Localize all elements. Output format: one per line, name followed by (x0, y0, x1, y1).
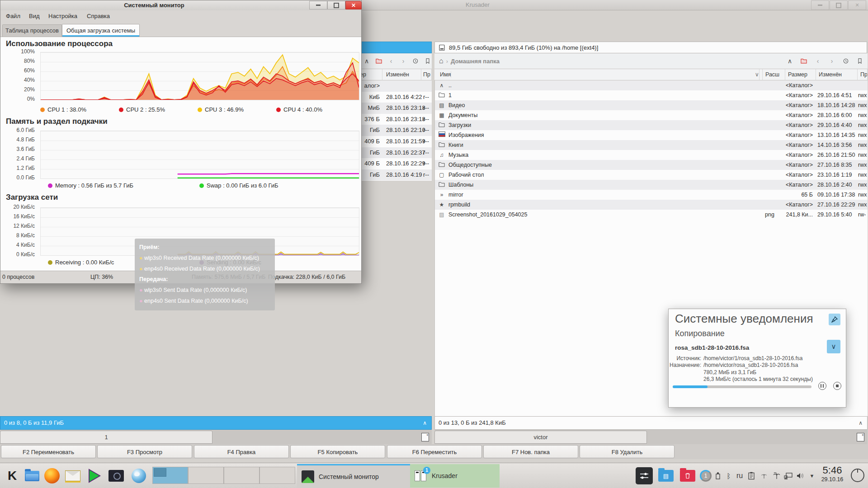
file-row[interactable]: ГиБ28.10.16 22:10r-- (360, 125, 432, 136)
file-row[interactable]: Шаблоны<Каталог>28.10.16 2:40rwx (435, 180, 868, 190)
right-panel-column-headers[interactable]: Имя∨ Расш Размер Изменён Пр (434, 69, 868, 80)
usb-device-tray-icon[interactable] (712, 471, 723, 481)
file-row[interactable]: 409 Б28.10.16 22:29r-- (360, 158, 432, 169)
minimize-button[interactable] (309, 1, 327, 9)
email-launcher[interactable] (64, 467, 81, 484)
file-row[interactable]: Загрузки<Каталог>29.10.16 4:40rwx (435, 120, 868, 130)
column-modified[interactable]: Изменён (816, 69, 858, 80)
back-icon[interactable]: ‹ (387, 57, 395, 65)
volume-tray-icon[interactable] (795, 471, 806, 481)
file-row[interactable]: ▨Screenshot_20161029_054025png241,8 Ки..… (435, 210, 868, 220)
file-row[interactable]: Изображения<Каталог>13.10.16 14:35rwx (435, 130, 868, 140)
column-name[interactable]: Имя∨ (434, 69, 763, 80)
file-row[interactable]: ГиБ28.10.16 22:37r-- (360, 147, 432, 159)
desktop-4[interactable] (259, 467, 295, 484)
f6-move-button[interactable]: F6 Переместить (387, 445, 482, 458)
system-monitor-titlebar[interactable]: Системный монитор ✕ (0, 0, 361, 11)
jobs-progress-badge[interactable]: 1 (700, 470, 712, 482)
left-panel-disk-info-bar[interactable] (360, 42, 432, 53)
expand-details-button[interactable]: ∨ (827, 340, 840, 353)
bookmark-icon[interactable] (856, 57, 864, 65)
f8-delete-button[interactable]: F8 Удалить (580, 445, 675, 458)
menu-help[interactable]: Справка (87, 13, 110, 19)
f2-rename-button[interactable]: F2 Переименовать (1, 445, 96, 458)
column-permissions[interactable]: Пр (858, 69, 868, 80)
file-row[interactable]: 1<Каталог>29.10.16 4:51rwx (435, 90, 868, 100)
browser-launcher[interactable] (130, 467, 147, 484)
tab-victor[interactable]: victor (434, 431, 647, 444)
application-launcher-button[interactable]: K (4, 467, 21, 484)
file-row[interactable]: »mirror65 Б09.10.16 17:38rwx (435, 190, 868, 200)
history-icon[interactable] (411, 57, 420, 65)
restore-button[interactable] (830, 0, 848, 10)
file-row[interactable]: ГиБ28.10.16 4:19r-- (360, 169, 432, 181)
file-row[interactable]: ♫Музыка<Каталог>26.10.16 21:50rwx (435, 150, 868, 160)
file-row[interactable]: МиБ28.10.16 23:18r-- (360, 103, 432, 114)
menu-file[interactable]: Файл (6, 13, 20, 19)
file-row[interactable]: алог> (360, 80, 432, 92)
task-system-monitor[interactable]: Системный монитор (297, 464, 410, 488)
wifi-tray-icon[interactable] (771, 471, 782, 481)
left-panel-column-headers[interactable]: ер Изменён Пр (360, 69, 432, 80)
video-folder-tray-icon[interactable]: ▤ (657, 467, 675, 484)
left-panel-file-list[interactable]: алог>КиБ28.10.16 4:22r--МиБ28.10.16 23:1… (360, 80, 432, 181)
clipboard-tray-icon[interactable] (746, 471, 757, 481)
file-manager-launcher[interactable] (24, 467, 41, 484)
keyboard-layout-indicator[interactable]: ru (734, 471, 745, 481)
file-row[interactable]: ∧..<Каталог> (435, 80, 868, 90)
desktop-3[interactable] (224, 467, 259, 484)
f3-view-button[interactable]: F3 Просмотр (97, 445, 192, 458)
collapse-icon[interactable]: ∧ (859, 417, 863, 429)
screenshot-tool-launcher[interactable] (108, 467, 125, 484)
breadcrumb[interactable]: Домашняя папка (451, 58, 500, 65)
stop-button[interactable] (833, 382, 841, 390)
system-settings-tray-icon[interactable] (636, 467, 653, 484)
show-desktop-button[interactable] (851, 469, 864, 482)
column-modified[interactable]: Изменён (382, 69, 421, 80)
file-row[interactable]: КиБ28.10.16 4:22r-- (360, 92, 432, 103)
menu-settings[interactable]: Настройка (48, 13, 77, 19)
column-size[interactable]: ер (360, 69, 382, 80)
new-tab-button[interactable]: + (421, 433, 429, 441)
tab-1[interactable]: 1 (0, 431, 212, 444)
new-tab-button[interactable]: + (857, 433, 864, 441)
file-row[interactable]: ▢Рабочий стол<Каталог>23.10.16 1:19rwx (435, 170, 868, 180)
f5-copy-button[interactable]: F5 Копировать (290, 445, 385, 458)
trash-folder-tray-icon[interactable] (679, 467, 696, 484)
digital-clock[interactable]: 5:46 29.10.16 (814, 465, 851, 483)
f4-edit-button[interactable]: F4 Правка (194, 445, 289, 458)
minimize-button[interactable] (811, 0, 829, 10)
desktop-2[interactable] (188, 467, 224, 484)
pin-button[interactable] (829, 314, 840, 325)
column-size[interactable]: Размер (785, 69, 816, 80)
wifi-weak-tray-icon[interactable] (759, 471, 769, 481)
close-button[interactable]: ✕ (848, 0, 866, 10)
bookmark-icon[interactable] (424, 57, 432, 65)
column-extension[interactable]: Расш (763, 69, 785, 80)
folder-sync-icon[interactable] (375, 57, 383, 65)
back-icon[interactable]: ‹ (814, 57, 822, 65)
firefox-launcher[interactable] (43, 467, 61, 484)
home-icon[interactable]: ⌂ (439, 57, 443, 65)
task-krusader[interactable]: 1 Krusader (410, 464, 500, 488)
collapse-icon[interactable]: ∧ (423, 417, 427, 429)
media-player-launcher[interactable] (86, 467, 103, 484)
right-panel-disk-info-bar[interactable]: 89,5 ГиБ свободно из 893,4 ГиБ (10%) на … (434, 42, 867, 53)
file-row[interactable]: ★rpmbuild<Каталог>27.10.16 22:29rwx (435, 200, 868, 210)
desktop-1[interactable] (152, 467, 188, 484)
f7-newfolder-button[interactable]: F7 Нов. папка (483, 445, 578, 458)
file-row[interactable]: 409 Б28.10.16 21:59r-- (360, 136, 432, 147)
column-permissions[interactable]: Пр (421, 69, 432, 80)
maximize-button[interactable] (327, 1, 345, 9)
forward-icon[interactable]: › (399, 57, 407, 65)
tab-process-table[interactable]: Таблица процессов (2, 24, 62, 37)
network-tray-icon[interactable] (783, 471, 794, 481)
bluetooth-tray-icon[interactable]: ᛒ (723, 471, 734, 481)
close-button[interactable]: ✕ (345, 1, 362, 9)
forward-icon[interactable]: › (828, 57, 836, 65)
file-row[interactable]: 376 Б28.10.16 23:18r-- (360, 114, 432, 125)
menu-view[interactable]: Вид (29, 13, 40, 19)
file-row[interactable]: ▦Документы<Каталог>28.10.16 6:00rwx (435, 110, 868, 120)
up-icon[interactable]: ∧ (363, 57, 371, 65)
up-icon[interactable]: ∧ (786, 57, 794, 65)
